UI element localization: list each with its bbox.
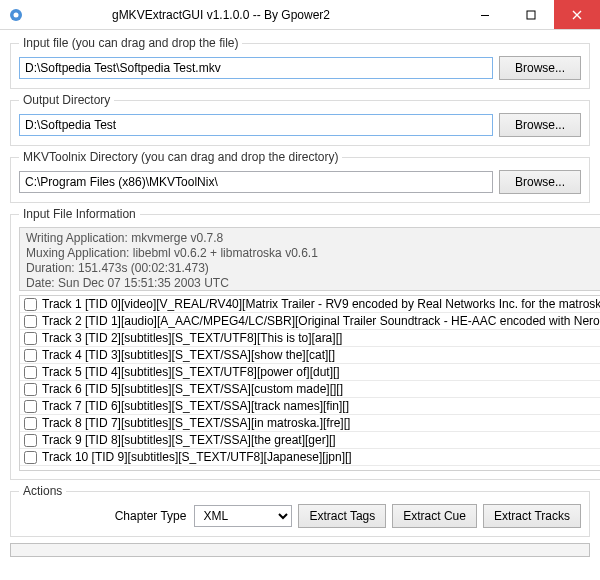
output-dir-legend: Output Directory [19,93,114,107]
track-checkbox[interactable] [24,315,37,328]
input-file-group: Input file (you can drag and drop the fi… [10,36,590,89]
track-row[interactable]: Track 9 [TID 8][subtitles][S_TEXT/SSA][t… [20,432,600,449]
track-row[interactable]: Track 5 [TID 4][subtitles][S_TEXT/UTF8][… [20,364,600,381]
track-label: Track 10 [TID 9][subtitles][S_TEXT/UTF8]… [42,450,352,464]
actions-group: Actions Chapter Type XML Extract Tags Ex… [10,484,590,537]
extract-tags-button[interactable]: Extract Tags [298,504,386,528]
svg-rect-2 [481,15,489,16]
input-file-field[interactable] [19,57,493,79]
browse-input-button[interactable]: Browse... [499,56,581,80]
close-button[interactable] [554,0,600,29]
track-label: Track 9 [TID 8][subtitles][S_TEXT/SSA][t… [42,433,336,447]
track-row[interactable]: Track 8 [TID 7][subtitles][S_TEXT/SSA][i… [20,415,600,432]
track-label: Track 1 [TID 0][video][V_REAL/RV40][Matr… [42,297,600,311]
track-label: Track 7 [TID 6][subtitles][S_TEXT/SSA][t… [42,399,349,413]
track-row[interactable]: Track 4 [TID 3][subtitles][S_TEXT/SSA][s… [20,347,600,364]
svg-rect-3 [527,11,535,19]
window-controls [462,0,600,29]
output-dir-field[interactable] [19,114,493,136]
toolnix-dir-legend: MKVToolnix Directory (you can drag and d… [19,150,342,164]
track-row[interactable]: Track 6 [TID 5][subtitles][S_TEXT/SSA][c… [20,381,600,398]
track-label: Track 4 [TID 3][subtitles][S_TEXT/SSA][s… [42,348,335,362]
extract-tracks-button[interactable]: Extract Tracks [483,504,581,528]
track-checkbox[interactable] [24,332,37,345]
file-info-legend: Input File Information [19,207,140,221]
titlebar: gMKVExtractGUI v1.1.0.0 -- By Gpower2 [0,0,600,30]
track-checkbox[interactable] [24,451,37,464]
track-row[interactable]: Track 10 [TID 9][subtitles][S_TEXT/UTF8]… [20,449,600,466]
track-label: Track 2 [TID 1][audio][A_AAC/MPEG4/LC/SB… [42,314,600,328]
track-row[interactable]: Track 2 [TID 1][audio][A_AAC/MPEG4/LC/SB… [20,313,600,330]
track-row[interactable]: Track 1 [TID 0][video][V_REAL/RV40][Matr… [20,296,600,313]
extract-cue-button[interactable]: Extract Cue [392,504,477,528]
tracks-list[interactable]: Track 1 [TID 0][video][V_REAL/RV40][Matr… [19,295,600,471]
track-checkbox[interactable] [24,434,37,447]
track-checkbox[interactable] [24,417,37,430]
file-info-text[interactable]: Writing Application: mkvmerge v0.7.8 Mux… [19,227,600,291]
track-checkbox[interactable] [24,366,37,379]
input-file-legend: Input file (you can drag and drop the fi… [19,36,242,50]
browse-output-button[interactable]: Browse... [499,113,581,137]
chapter-type-label: Chapter Type [115,509,187,523]
minimize-button[interactable] [462,0,508,29]
track-label: Track 8 [TID 7][subtitles][S_TEXT/SSA][i… [42,416,350,430]
output-dir-group: Output Directory Browse... [10,93,590,146]
browse-toolnix-button[interactable]: Browse... [499,170,581,194]
track-checkbox[interactable] [24,400,37,413]
track-checkbox[interactable] [24,298,37,311]
track-row[interactable]: Track 7 [TID 6][subtitles][S_TEXT/SSA][t… [20,398,600,415]
file-info-group: Input File Information Writing Applicati… [10,207,600,480]
track-label: Track 5 [TID 4][subtitles][S_TEXT/UTF8][… [42,365,340,379]
window-title: gMKVExtractGUI v1.1.0.0 -- By Gpower2 [0,8,462,22]
actions-legend: Actions [19,484,66,498]
toolnix-dir-field[interactable] [19,171,493,193]
track-checkbox[interactable] [24,349,37,362]
track-checkbox[interactable] [24,383,37,396]
chapter-type-select[interactable]: XML [194,505,292,527]
track-label: Track 6 [TID 5][subtitles][S_TEXT/SSA][c… [42,382,343,396]
track-row[interactable]: Track 3 [TID 2][subtitles][S_TEXT/UTF8][… [20,330,600,347]
progress-bar [10,543,590,557]
maximize-button[interactable] [508,0,554,29]
toolnix-dir-group: MKVToolnix Directory (you can drag and d… [10,150,590,203]
track-label: Track 3 [TID 2][subtitles][S_TEXT/UTF8][… [42,331,342,345]
